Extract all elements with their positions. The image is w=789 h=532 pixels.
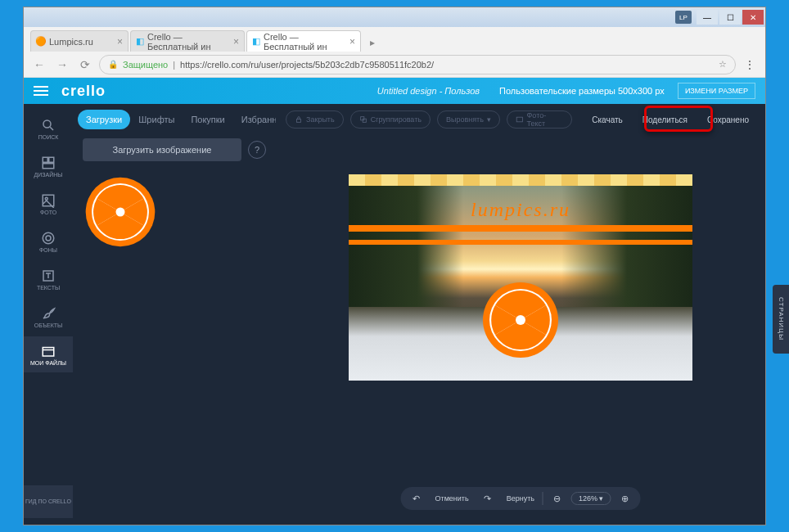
- sidebar-item-backgrounds[interactable]: ФОНЫ: [24, 223, 73, 259]
- sidebar-label: МОИ ФАЙЛЫ: [30, 360, 66, 366]
- files-icon: [41, 344, 56, 358]
- url-field[interactable]: 🔒 Защищено | https://crello.com/ru/user/…: [99, 55, 736, 74]
- design-canvas[interactable]: lumpics.ru: [349, 174, 692, 381]
- menu-icon[interactable]: [34, 86, 48, 96]
- text-icon: [41, 268, 56, 283]
- browser-window: LP — ☐ ✕ 🟠 Lumpics.ru × ◧ Crello — Беспл…: [23, 7, 766, 525]
- app-logo: crello: [61, 83, 106, 100]
- tab-title: Lumpics.ru: [49, 37, 93, 47]
- svg-point-7: [46, 236, 51, 241]
- document-title[interactable]: Untitled design - Пользов: [377, 86, 480, 96]
- layout-icon: [41, 156, 56, 170]
- svg-rect-2: [43, 157, 47, 162]
- forward-button[interactable]: →: [53, 56, 71, 74]
- lock-icon: [295, 115, 303, 124]
- secure-label: Защищено: [123, 60, 168, 70]
- sidebar-label: ФОТО: [40, 210, 56, 215]
- sidebar-item-objects[interactable]: ОБЪЕКТЫ: [24, 299, 73, 335]
- svg-line-1: [50, 127, 53, 130]
- phototext-button[interactable]: Фото-Текст: [507, 110, 572, 128]
- canvas-text[interactable]: lumpics.ru: [349, 199, 692, 221]
- sidebar-item-designs[interactable]: ДИЗАЙНЫ: [24, 148, 73, 184]
- uploaded-image-thumb[interactable]: [83, 174, 158, 250]
- window-close-button[interactable]: ✕: [742, 10, 764, 25]
- lock-button[interactable]: Закрыть: [286, 110, 344, 128]
- image-icon: [41, 193, 56, 208]
- os-titlebar: LP — ☐ ✕: [24, 7, 765, 27]
- tab-title: Crello — Бесплатный ин: [264, 32, 346, 52]
- address-bar: ← → ⟳ 🔒 Защищено | https://crello.com/ru…: [24, 52, 765, 78]
- resize-button[interactable]: ИЗМЕНИ РАЗМЕР: [678, 83, 755, 99]
- app-content: ПОИСК ДИЗАЙНЫ ФОТО ФОНЫ ТЕКСТЫ ОБЪЕКТЫ: [24, 104, 765, 525]
- zoom-level[interactable]: 126% ▾: [571, 492, 611, 505]
- svg-point-13: [115, 207, 124, 216]
- close-tab-icon[interactable]: ×: [349, 36, 355, 47]
- help-icon[interactable]: ?: [248, 141, 266, 159]
- upload-button[interactable]: Загрузить изображение: [83, 138, 241, 161]
- window-minimize-button[interactable]: —: [697, 10, 718, 25]
- share-button[interactable]: Поделиться: [636, 115, 694, 124]
- back-button[interactable]: ←: [30, 56, 48, 74]
- canvas-logo-element[interactable]: [480, 279, 561, 361]
- svg-rect-4: [43, 163, 54, 168]
- guide-label: ГИД ПО CRELLO: [25, 498, 71, 505]
- sidebar-item-texts[interactable]: ТЕКСТЫ: [24, 261, 73, 297]
- canvas-decor: [349, 174, 692, 186]
- svg-rect-14: [297, 119, 301, 123]
- sidebar-item-search[interactable]: ПОИСК: [24, 110, 73, 147]
- group-button[interactable]: Сгруппировать: [350, 110, 431, 128]
- svg-rect-3: [49, 157, 54, 162]
- app-header: crello Untitled design - Пользов Пользов…: [24, 78, 765, 104]
- svg-point-8: [43, 232, 54, 244]
- guide-button[interactable]: ГИД ПО CRELLO: [24, 485, 73, 518]
- new-tab-button[interactable]: ▸: [363, 34, 382, 52]
- window-maximize-button[interactable]: ☐: [719, 10, 741, 25]
- user-badge: LP: [675, 11, 692, 24]
- undo-button[interactable]: ↶: [406, 489, 427, 507]
- search-icon: [41, 118, 56, 133]
- canvas-size-label: Пользовательские размеры 500x300 px: [499, 86, 665, 96]
- reload-button[interactable]: ⟳: [76, 56, 94, 74]
- url-text: https://crello.com/ru/user/projects/5b20…: [180, 60, 434, 70]
- redo-button[interactable]: ↷: [477, 489, 498, 507]
- panel-tab-fonts[interactable]: Шрифты: [130, 110, 183, 129]
- svg-rect-10: [43, 347, 54, 356]
- saved-status: Сохранено: [701, 115, 755, 124]
- divider: [543, 492, 543, 505]
- left-sidebar: ПОИСК ДИЗАЙНЫ ФОТО ФОНЫ ТЕКСТЫ ОБЪЕКТЫ: [24, 104, 73, 525]
- browser-tab-active[interactable]: ◧ Crello — Бесплатный ин ×: [246, 30, 361, 52]
- canvas-viewport[interactable]: lumpics.ru: [276, 135, 765, 525]
- panel-tab-uploads[interactable]: Загрузки: [78, 110, 130, 129]
- zoom-in-button[interactable]: ⊕: [614, 489, 635, 507]
- close-tab-icon[interactable]: ×: [233, 36, 239, 47]
- editor-toolbar: Закрыть Сгруппировать Выровнять ▾ Фото-Т…: [276, 104, 765, 135]
- sidebar-label: ПОИСК: [38, 134, 59, 140]
- download-button[interactable]: Скачать: [585, 115, 629, 124]
- phototext-icon: [516, 115, 524, 124]
- zoom-out-button[interactable]: ⊖: [547, 489, 568, 507]
- browser-tab[interactable]: ◧ Crello — Бесплатный ин ×: [130, 30, 245, 52]
- favicon-icon: ◧: [252, 37, 260, 47]
- favicon-icon: ◧: [136, 37, 144, 47]
- panel-tab-purchases[interactable]: Покупки: [183, 110, 232, 129]
- chevron-down-icon: ▾: [487, 115, 491, 124]
- bookmark-icon[interactable]: ☆: [719, 59, 727, 70]
- browser-menu-button[interactable]: ⋮: [741, 56, 759, 74]
- sidebar-label: ОБЪЕКТЫ: [34, 322, 63, 328]
- svg-point-6: [45, 197, 47, 200]
- redo-label[interactable]: Вернуть: [502, 489, 539, 507]
- pages-tab[interactable]: СТРАНИЦЫ: [773, 285, 789, 354]
- close-tab-icon[interactable]: ×: [117, 36, 123, 47]
- tab-title: Crello — Бесплатный ин: [147, 32, 230, 52]
- sidebar-label: ТЕКСТЫ: [37, 285, 60, 291]
- sidebar-item-photo[interactable]: ФОТО: [24, 186, 73, 222]
- undo-label[interactable]: Отменить: [431, 489, 474, 507]
- brush-icon: [41, 306, 56, 321]
- assets-panel: Загрузки Шрифты Покупки Избранное Загруз…: [73, 104, 276, 525]
- align-button[interactable]: Выровнять ▾: [437, 110, 500, 128]
- sidebar-item-myfiles[interactable]: МОИ ФАЙЛЫ: [24, 336, 73, 372]
- sidebar-label: ДИЗАЙНЫ: [34, 172, 63, 178]
- upload-row: Загрузить изображение ?: [73, 138, 276, 161]
- browser-tab[interactable]: 🟠 Lumpics.ru ×: [30, 30, 128, 52]
- canvas-stripe: [349, 225, 692, 232]
